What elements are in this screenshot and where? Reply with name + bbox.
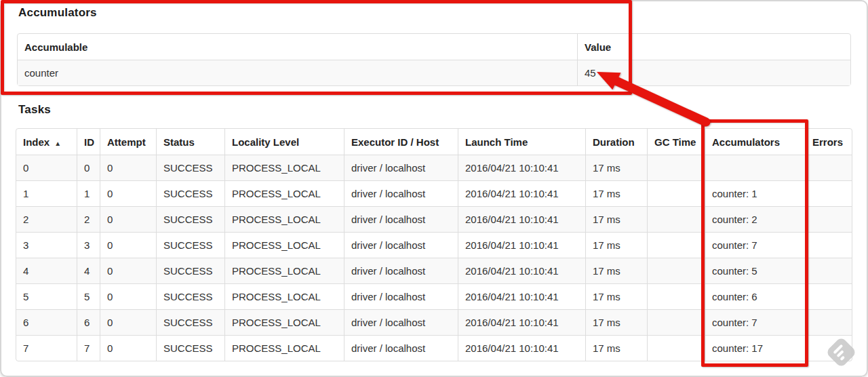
- table-cell: driver / localhost: [344, 155, 458, 180]
- table-row: 440SUCCESSPROCESS_LOCALdriver / localhos…: [16, 258, 852, 283]
- column-label: Executor ID / Host: [351, 136, 439, 148]
- table-cell: [647, 258, 705, 283]
- table-cell: 2016/04/21 10:10:41: [458, 283, 585, 309]
- table-cell: 5: [77, 283, 100, 309]
- header-row: AccumulableValue: [18, 34, 850, 60]
- table-cell: 7: [16, 335, 77, 361]
- table-cell: 0: [100, 283, 156, 309]
- table-cell: 0: [100, 258, 156, 283]
- table-cell: [647, 335, 705, 361]
- table-cell: 17 ms: [585, 206, 647, 232]
- column-header[interactable]: Duration: [585, 129, 647, 155]
- table-cell: [647, 309, 705, 335]
- column-header[interactable]: Value: [577, 34, 850, 60]
- table-cell: counter: 17: [705, 335, 805, 361]
- table-cell: counter: 6: [705, 283, 805, 309]
- header-row: Index▲IDAttemptStatusLocality LevelExecu…: [16, 129, 852, 155]
- table-cell: 2016/04/21 10:10:41: [458, 155, 585, 180]
- table-cell: SUCCESS: [156, 309, 224, 335]
- table-cell: PROCESS_LOCAL: [224, 232, 344, 258]
- column-header[interactable]: Attempt: [100, 129, 156, 155]
- feedly-diamond: [825, 336, 857, 368]
- table-cell: SUCCESS: [156, 180, 224, 206]
- table-cell: [805, 155, 852, 180]
- table-cell: 5: [16, 283, 77, 309]
- table-cell: [647, 206, 705, 232]
- table-cell: SUCCESS: [156, 155, 224, 180]
- table-cell: PROCESS_LOCAL: [224, 335, 344, 361]
- column-label: Launch Time: [465, 136, 528, 148]
- table-cell: 2016/04/21 10:10:41: [458, 335, 585, 361]
- table-cell: [705, 155, 805, 180]
- column-header[interactable]: Executor ID / Host: [344, 129, 458, 155]
- table-cell: [805, 309, 852, 335]
- column-header[interactable]: Errors: [805, 129, 852, 155]
- column-label: Attempt: [107, 136, 146, 148]
- tasks-table-head: Index▲IDAttemptStatusLocality LevelExecu…: [16, 129, 852, 155]
- accumulators-table: AccumulableValue counter45: [17, 33, 851, 86]
- table-cell: 2: [77, 206, 100, 232]
- table-cell: 17 ms: [585, 335, 647, 361]
- accumulators-table-body: counter45: [18, 60, 850, 85]
- table-row: 000SUCCESSPROCESS_LOCALdriver / localhos…: [16, 155, 852, 180]
- table-cell: 0: [100, 335, 156, 361]
- accumulators-table-head: AccumulableValue: [18, 34, 850, 60]
- table-cell: 2: [16, 206, 77, 232]
- table-cell: driver / localhost: [344, 206, 458, 232]
- column-label: Value: [585, 41, 611, 53]
- table-cell: driver / localhost: [344, 309, 458, 335]
- column-label: Index: [23, 136, 50, 148]
- table-cell: 4: [16, 258, 77, 283]
- table-cell: PROCESS_LOCAL: [224, 283, 344, 309]
- table-cell: 0: [100, 155, 156, 180]
- table-cell: counter: 5: [705, 258, 805, 283]
- column-header[interactable]: ID: [77, 129, 100, 155]
- table-cell: 0: [100, 309, 156, 335]
- column-header[interactable]: Locality Level: [224, 129, 344, 155]
- table-cell: [647, 283, 705, 309]
- table-cell: 3: [77, 232, 100, 258]
- table-cell: 0: [77, 155, 100, 180]
- column-label: Errors: [812, 136, 843, 148]
- table-cell: SUCCESS: [156, 206, 224, 232]
- table-cell: 45: [577, 60, 850, 85]
- table-cell: [647, 155, 705, 180]
- column-label: GC Time: [654, 136, 696, 148]
- table-cell: 2016/04/21 10:10:41: [458, 206, 585, 232]
- accumulators-heading: Accumulators: [18, 6, 97, 20]
- column-header[interactable]: GC Time: [647, 129, 705, 155]
- table-cell: PROCESS_LOCAL: [224, 155, 344, 180]
- tasks-table: Index▲IDAttemptStatusLocality LevelExecu…: [16, 128, 852, 361]
- table-cell: 2016/04/21 10:10:41: [458, 232, 585, 258]
- table-cell: 0: [16, 155, 77, 180]
- table-cell: SUCCESS: [156, 232, 224, 258]
- table-row: 110SUCCESSPROCESS_LOCALdriver / localhos…: [16, 180, 852, 206]
- table-cell: 17 ms: [585, 309, 647, 335]
- table-cell: PROCESS_LOCAL: [224, 309, 344, 335]
- table-cell: driver / localhost: [344, 232, 458, 258]
- table-cell: 17 ms: [585, 180, 647, 206]
- sort-asc-icon: ▲: [54, 140, 61, 147]
- table-row: 330SUCCESSPROCESS_LOCALdriver / localhos…: [16, 232, 852, 258]
- column-header[interactable]: Launch Time: [458, 129, 585, 155]
- column-label: Locality Level: [232, 136, 299, 148]
- table-cell: driver / localhost: [344, 180, 458, 206]
- column-label: Status: [163, 136, 195, 148]
- table-cell: counter: 7: [705, 232, 805, 258]
- column-header[interactable]: Accumulators: [705, 129, 805, 155]
- table-cell: 7: [77, 335, 100, 361]
- table-cell: driver / localhost: [344, 258, 458, 283]
- table-cell: 1: [77, 180, 100, 206]
- tasks-table-body: 000SUCCESSPROCESS_LOCALdriver / localhos…: [16, 155, 852, 361]
- table-cell: 4: [77, 258, 100, 283]
- column-header[interactable]: Accumulable: [18, 34, 577, 60]
- table-cell: 2016/04/21 10:10:41: [458, 258, 585, 283]
- column-header[interactable]: Index▲: [16, 129, 77, 155]
- table-cell: 3: [16, 232, 77, 258]
- table-cell: 2016/04/21 10:10:41: [458, 309, 585, 335]
- table-cell: 0: [100, 180, 156, 206]
- table-cell: counter: [18, 60, 577, 85]
- column-header[interactable]: Status: [156, 129, 224, 155]
- table-cell: 17 ms: [585, 232, 647, 258]
- table-cell: SUCCESS: [156, 335, 224, 361]
